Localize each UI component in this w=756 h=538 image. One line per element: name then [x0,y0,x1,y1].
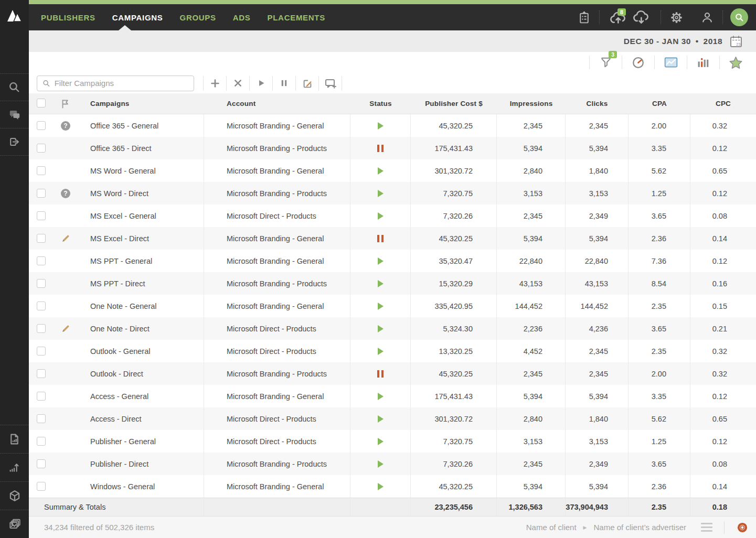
table-row[interactable]: Outlook - Direct Microsoft Branding - Pr… [29,362,756,385]
edit-button[interactable] [296,76,318,91]
row-checkbox[interactable] [37,324,46,333]
status-play-icon[interactable] [378,460,384,468]
campaign-name[interactable]: One Note - General [81,295,204,317]
row-checkbox[interactable] [37,459,46,468]
nav-tab-ads[interactable]: ADS [233,13,251,22]
status-pause-icon[interactable] [377,145,384,152]
row-checkbox[interactable] [37,369,46,378]
filter-funnel-button[interactable]: 3 [590,56,622,69]
status-play-icon[interactable] [378,348,384,355]
status-play-icon[interactable] [378,280,384,287]
row-checkbox[interactable] [37,166,46,175]
sidebar-item-media[interactable] [0,510,29,538]
add-button[interactable] [204,76,226,91]
status-play-icon[interactable] [378,483,384,490]
status-play-icon[interactable] [378,257,384,265]
row-checkbox[interactable] [37,234,46,243]
status-play-icon[interactable] [378,303,384,310]
status-play-icon[interactable] [378,190,384,197]
campaign-name[interactable]: MS Word - Direct [81,182,204,205]
line-chart-button[interactable] [655,57,687,68]
table-row[interactable]: Access - General Microsoft Branding - Ge… [29,385,756,407]
table-row[interactable]: MS Excel - Direct Microsoft Branding - G… [29,227,756,250]
advertiser-breadcrumb[interactable]: Name of client’s advertiser [594,523,686,532]
play-button[interactable] [250,76,272,91]
favorites-star-button[interactable] [720,56,752,70]
table-row[interactable]: Access - Direct Microsoft Direct - Produ… [29,407,756,430]
calendar-button[interactable]: 23 [729,35,743,48]
status-play-icon[interactable] [378,438,384,445]
remove-button[interactable] [227,76,249,91]
campaign-name[interactable]: Outlook - Direct [81,362,204,385]
account-button[interactable] [692,10,722,24]
campaign-name[interactable]: Access - Direct [81,407,204,430]
table-row[interactable]: MS Word - Direct Microsoft Branding - Pr… [29,182,756,205]
sidebar-item-growth[interactable] [0,453,29,481]
table-row[interactable]: One Note - Direct Microsoft Direct - Pro… [29,317,756,340]
cloud-download-icon[interactable] [632,10,651,25]
row-checkbox[interactable] [37,414,46,423]
status-pause-icon[interactable] [377,235,384,242]
comment-add-button[interactable] [319,76,342,91]
sidebar-item-cube[interactable] [0,481,29,510]
table-row[interactable]: MS PPT - General Microsoft Branding - Ge… [29,250,756,272]
select-all-checkbox[interactable] [37,99,46,107]
table-row[interactable]: MS Word - General Microsoft Branding - G… [29,159,756,182]
sidebar-item-report[interactable] [0,425,29,453]
pencil-note-icon[interactable] [61,233,71,243]
settings-button[interactable] [661,10,692,25]
column-header-account[interactable]: Account [204,100,350,107]
row-checkbox[interactable] [37,392,46,401]
campaign-name[interactable]: Office 365 - General [81,114,204,137]
campaign-name[interactable]: Publisher - Direct [81,453,204,475]
help-note-icon[interactable] [61,189,70,198]
date-range[interactable]: DEC 30 - JAN 30 • 2018 [624,37,722,46]
table-row[interactable]: MS Excel - General Microsoft Direct - Pr… [29,205,756,227]
status-play-icon[interactable] [378,415,384,423]
nav-tab-placements[interactable]: PLACEMENTS [268,13,325,22]
status-pause-icon[interactable] [377,370,384,378]
pencil-note-icon[interactable] [61,324,71,333]
help-lifebuoy-icon[interactable] [736,521,749,534]
campaign-name[interactable]: Windows - General [81,475,204,498]
campaign-name[interactable]: MS Excel - Direct [81,227,204,250]
nav-tab-publishers[interactable]: PUBLISHERS [41,13,95,22]
row-checkbox[interactable] [37,482,46,491]
app-logo[interactable] [0,0,29,30]
row-checkbox[interactable] [37,144,46,153]
menu-icon[interactable] [701,523,712,532]
help-note-icon[interactable] [61,121,70,131]
filter-campaigns-input[interactable] [55,79,188,88]
status-play-icon[interactable] [378,212,384,220]
clipboard-button[interactable] [569,10,599,25]
row-checkbox[interactable] [37,121,46,130]
table-row[interactable]: Outlook - General Microsoft Direct - Pro… [29,340,756,362]
nav-tab-campaigns[interactable]: CAMPAIGNS [112,13,163,22]
campaign-name[interactable]: One Note - Direct [81,317,204,340]
table-row[interactable]: Publisher - Direct Microsoft Branding - … [29,453,756,475]
campaign-name[interactable]: MS Excel - General [81,205,204,227]
pause-button[interactable] [273,76,295,91]
row-checkbox[interactable] [37,211,46,220]
row-checkbox[interactable] [37,437,46,446]
column-header-impressions[interactable]: Impressions [497,100,566,107]
search-button[interactable] [730,8,748,26]
column-header-status[interactable]: Status [350,100,411,107]
sidebar-item-comments[interactable] [0,101,29,128]
row-checkbox[interactable] [37,189,46,198]
row-checkbox[interactable] [37,256,46,265]
column-header-cost[interactable]: Publisher Cost $ [411,100,497,107]
table-row[interactable]: MS PPT - Direct Microsoft Branding - Pro… [29,272,756,295]
nav-tab-groups[interactable]: GROUPS [180,13,216,22]
campaign-name[interactable]: MS Word - General [81,159,204,182]
table-row[interactable]: One Note - General Microsoft Branding - … [29,295,756,317]
table-row[interactable]: Windows - General Microsoft Branding - G… [29,475,756,498]
row-checkbox[interactable] [37,347,46,356]
bar-chart-button[interactable] [687,56,719,69]
row-checkbox[interactable] [37,302,46,310]
table-row[interactable]: Office 365 - Direct Microsoft Branding -… [29,137,756,159]
column-header-cpa[interactable]: CPA [629,100,690,107]
column-header-campaigns[interactable]: Campaigns [81,100,204,107]
status-play-icon[interactable] [378,325,384,332]
campaign-name[interactable]: Office 365 - Direct [81,137,204,159]
